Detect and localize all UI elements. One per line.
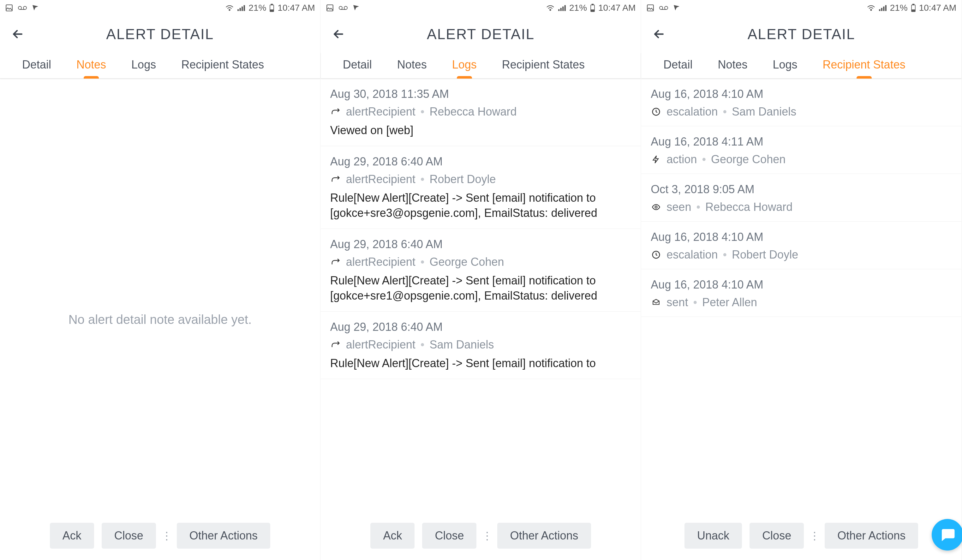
alarm-icon <box>352 4 360 12</box>
chat-widget-button[interactable] <box>932 519 962 550</box>
ack-button[interactable]: Ack <box>370 523 415 549</box>
status-bar: 21% 10:47 AM <box>641 0 961 16</box>
svg-rect-0 <box>6 5 12 11</box>
svg-point-2 <box>23 6 26 10</box>
svg-rect-22 <box>647 5 654 11</box>
tab-notes[interactable]: Notes <box>384 52 439 78</box>
screen-recipient-states: 21% 10:47 AM ALERT DETAIL Detail Notes L… <box>641 0 962 560</box>
tab-bar: Detail Notes Logs Recipient States <box>641 52 961 79</box>
tab-notes[interactable]: Notes <box>64 52 119 78</box>
svg-rect-31 <box>912 4 914 5</box>
page-title: ALERT DETAIL <box>26 26 294 43</box>
more-icon[interactable]: ⋮ <box>163 523 169 549</box>
alarm-icon <box>673 4 680 12</box>
recipient-icon <box>330 257 341 267</box>
separator-dot: • <box>421 338 425 351</box>
unack-button[interactable]: Unack <box>684 523 742 549</box>
tab-recipient-states[interactable]: Recipient States <box>810 52 918 78</box>
battery-percent: 21% <box>890 3 908 13</box>
state-type: sent <box>667 296 688 309</box>
screen-notes: 21% 10:47 AM ALERT DETAIL Detail Notes L… <box>0 0 321 560</box>
recipient-icon <box>330 107 341 117</box>
other-actions-button[interactable]: Other Actions <box>177 523 270 549</box>
bolt-icon <box>651 154 662 165</box>
content-notes: No alert detail note available yet. <box>0 79 320 560</box>
state-type: action <box>667 153 697 166</box>
recipient-icon <box>330 174 341 185</box>
svg-rect-18 <box>565 5 566 11</box>
state-type: seen <box>667 200 691 214</box>
svg-rect-4 <box>237 9 239 11</box>
tab-detail[interactable]: Detail <box>330 52 384 78</box>
tab-recipient-states[interactable]: Recipient States <box>169 52 276 78</box>
wifi-icon <box>225 5 234 11</box>
ack-button[interactable]: Ack <box>50 523 94 549</box>
separator-dot: • <box>421 173 425 186</box>
svg-rect-11 <box>327 5 333 11</box>
tab-notes[interactable]: Notes <box>705 52 760 78</box>
status-time: 10:47 AM <box>278 3 315 13</box>
signal-icon <box>237 5 245 11</box>
content-logs[interactable]: Aug 30, 2018 11:35 AM alertRecipient • R… <box>321 79 641 560</box>
svg-rect-10 <box>271 10 273 11</box>
state-person: George Cohen <box>711 153 786 166</box>
state-date: Oct 3, 2018 9:05 AM <box>651 183 952 196</box>
svg-point-12 <box>339 6 342 10</box>
action-bar: Ack Close ⋮ Other Actions <box>0 513 320 560</box>
empty-message: No alert detail note available yet. <box>0 312 320 326</box>
svg-rect-29 <box>885 5 886 11</box>
svg-point-1 <box>18 6 21 10</box>
recipient-icon <box>330 339 341 350</box>
log-body: Rule[New Alert][Create] -> Sent [email] … <box>330 190 631 221</box>
page-title: ALERT DETAIL <box>347 26 614 43</box>
more-icon[interactable]: ⋮ <box>484 523 490 549</box>
tab-logs[interactable]: Logs <box>119 52 169 78</box>
separator-dot: • <box>696 200 700 214</box>
separator-dot: • <box>421 255 425 269</box>
state-person: Sam Daniels <box>732 105 796 118</box>
log-date: Aug 29, 2018 6:40 AM <box>330 238 631 251</box>
battery-percent: 21% <box>249 3 266 13</box>
tab-recipient-states[interactable]: Recipient States <box>489 52 597 78</box>
image-icon <box>326 4 334 12</box>
log-type: alertRecipient <box>346 173 415 186</box>
svg-rect-21 <box>591 10 594 11</box>
close-button[interactable]: Close <box>422 523 476 549</box>
close-button[interactable]: Close <box>749 523 804 549</box>
svg-point-34 <box>655 206 657 208</box>
log-type: alertRecipient <box>346 105 415 118</box>
close-button[interactable]: Close <box>102 523 156 549</box>
separator-dot: • <box>723 248 727 261</box>
screen-logs: 21% 10:47 AM ALERT DETAIL Detail Notes L… <box>321 0 642 560</box>
separator-dot: • <box>723 105 727 118</box>
state-person: Robert Doyle <box>732 248 798 261</box>
other-actions-button[interactable]: Other Actions <box>825 523 918 549</box>
state-type: escalation <box>667 105 718 118</box>
tab-logs[interactable]: Logs <box>439 52 489 78</box>
battery-percent: 21% <box>569 3 587 13</box>
state-person: Peter Allen <box>702 296 757 309</box>
back-button[interactable] <box>650 25 668 43</box>
tab-detail[interactable]: Detail <box>651 52 705 78</box>
clock-icon <box>651 249 662 260</box>
svg-rect-26 <box>879 9 880 11</box>
svg-point-24 <box>665 6 668 10</box>
other-actions-button[interactable]: Other Actions <box>497 523 591 549</box>
state-person: Rebecca Howard <box>705 200 793 214</box>
state-entry: Aug 16, 2018 4:11 AM action • George Coh… <box>641 126 961 174</box>
alarm-icon <box>32 4 39 12</box>
log-person: Sam Daniels <box>429 338 494 351</box>
back-button[interactable] <box>329 25 347 43</box>
log-entry: Aug 29, 2018 6:40 AM alertRecipient • Ge… <box>321 229 641 311</box>
tab-logs[interactable]: Logs <box>760 52 810 78</box>
more-icon[interactable]: ⋮ <box>812 523 817 549</box>
tab-bar: Detail Notes Logs Recipient States <box>0 52 320 79</box>
status-time: 10:47 AM <box>598 3 636 13</box>
svg-point-3 <box>229 10 230 10</box>
image-icon <box>5 4 13 12</box>
tab-detail[interactable]: Detail <box>10 52 64 78</box>
battery-icon <box>911 4 916 12</box>
content-recipient-states[interactable]: Aug 16, 2018 4:10 AM escalation • Sam Da… <box>641 79 961 560</box>
state-date: Aug 16, 2018 4:10 AM <box>651 278 952 291</box>
back-button[interactable] <box>9 25 26 43</box>
